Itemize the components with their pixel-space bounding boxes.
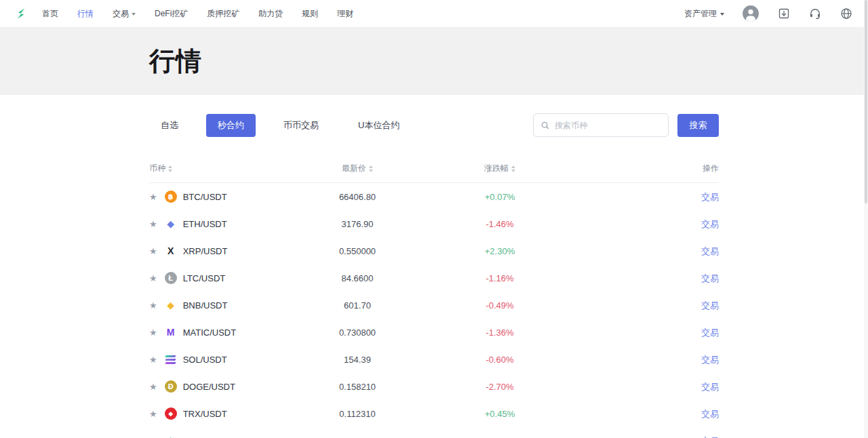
nav-item-markets[interactable]: 行情 (77, 8, 94, 20)
brand-logo[interactable] (15, 7, 27, 20)
tab-usdt-futures[interactable]: U本位合约 (347, 114, 411, 137)
favorite-star-icon[interactable]: ★ (149, 382, 157, 391)
trade-link[interactable]: 交易 (701, 327, 719, 338)
pair-symbol: BNB/USDT (183, 300, 228, 311)
change-percent: -1.16% (437, 273, 563, 283)
search-icon (540, 121, 550, 130)
nav-item-label: 首页 (42, 8, 58, 20)
brand-logo-icon (15, 7, 27, 20)
coin-icon: ✳ (165, 435, 177, 438)
last-price: 84.6600 (278, 273, 437, 283)
sort-icon[interactable] (511, 165, 515, 172)
trade-link[interactable]: 交易 (701, 382, 719, 392)
favorite-star-icon[interactable]: ★ (149, 410, 157, 418)
pair-symbol: PLZ/USDT (183, 436, 226, 438)
pair-symbol: MATIC/USDT (183, 327, 236, 338)
asset-management-menu[interactable]: 资产管理 (684, 8, 724, 20)
table-header: 币种最新价涨跌幅操作 (149, 163, 719, 183)
download-icon[interactable] (777, 7, 791, 20)
nav-item-label: 理财 (337, 8, 353, 20)
last-price: 0.730800 (278, 327, 437, 338)
page-scrollbar[interactable] (864, 0, 868, 438)
pair-symbol: LTC/USDT (183, 273, 226, 283)
last-price: 0.112310 (278, 409, 437, 419)
pair-cell: ★ŁLTC/USDT (149, 272, 278, 284)
scrollbar-thumb[interactable] (865, 0, 867, 203)
favorite-star-icon[interactable]: ★ (149, 274, 157, 283)
action-cell: 交易 (563, 435, 719, 438)
action-cell: 交易 (563, 299, 719, 312)
col-header-price[interactable]: 最新价 (278, 163, 437, 174)
tab-favorites[interactable]: 自选 (149, 114, 190, 137)
tab-spot[interactable]: 币币交易 (272, 114, 330, 137)
nav-item-label: 助力贷 (258, 8, 283, 20)
table-row-sol: ★SOL/USDT154.39-0.60%交易 (149, 346, 719, 373)
trade-link[interactable]: 交易 (701, 436, 719, 438)
action-cell: 交易 (563, 326, 719, 339)
search-box[interactable] (533, 113, 669, 137)
change-percent: -0.60% (437, 355, 563, 365)
coin-icon: ฿ (165, 191, 177, 203)
pair-symbol: SOL/USDT (183, 355, 227, 365)
col-header-label: 操作 (703, 163, 719, 174)
nav-item-staking-mining[interactable]: 质押挖矿 (207, 8, 239, 20)
language-globe-icon[interactable] (840, 7, 853, 20)
support-headset-icon[interactable] (808, 7, 822, 20)
change-percent: -1.56% (437, 436, 563, 438)
trade-link[interactable]: 交易 (701, 273, 719, 283)
change-percent: +0.45% (437, 409, 563, 419)
tab-seconds-contract[interactable]: 秒合约 (206, 114, 256, 137)
search-input[interactable] (555, 121, 661, 130)
trade-link[interactable]: 交易 (701, 355, 719, 365)
trade-link[interactable]: 交易 (701, 409, 719, 419)
table-row-trx: ★◆TRX/USDT0.112310+0.45%交易 (149, 400, 719, 427)
nav-item-boost-loan[interactable]: 助力贷 (258, 8, 283, 20)
main-menu: 首页行情交易DeFi挖矿质押挖矿助力贷规则理财 (42, 8, 372, 20)
trade-link[interactable]: 交易 (701, 219, 719, 229)
nav-item-rules[interactable]: 规则 (302, 8, 318, 20)
action-cell: 交易 (563, 191, 719, 203)
nav-right: 资产管理 (684, 5, 853, 22)
toolbar: 自选秒合约币币交易U本位合约 搜索 (149, 113, 719, 137)
nav-item-home[interactable]: 首页 (42, 8, 58, 20)
nav-item-label: 质押挖矿 (207, 8, 239, 20)
table-row-btc: ★฿BTC/USDT66406.80+0.07%交易 (149, 183, 719, 210)
favorite-star-icon[interactable]: ★ (149, 220, 157, 228)
pair-cell: ★✳PLZ/USDT (149, 435, 278, 438)
favorite-star-icon[interactable]: ★ (149, 247, 157, 256)
pair-cell: ★◆ETH/USDT (149, 218, 278, 230)
last-price: 3176.90 (278, 219, 437, 229)
favorite-star-icon[interactable]: ★ (149, 355, 157, 364)
search-area: 搜索 (533, 113, 719, 137)
last-price: 0.158210 (278, 382, 437, 392)
nav-item-trade[interactable]: 交易 (113, 8, 136, 20)
top-nav: 首页行情交易DeFi挖矿质押挖矿助力贷规则理财 资产管理 (0, 0, 868, 27)
trade-link[interactable]: 交易 (701, 192, 719, 202)
page-banner: 行情 (0, 27, 868, 95)
nav-item-label: 行情 (77, 8, 94, 20)
change-percent: -2.70% (437, 382, 563, 392)
coin-icon: M (165, 326, 177, 338)
nav-item-wealth[interactable]: 理财 (337, 8, 353, 20)
change-percent: +0.07% (437, 192, 563, 202)
action-cell: 交易 (563, 245, 719, 258)
action-cell: 交易 (563, 380, 719, 393)
col-header-change[interactable]: 涨跌幅 (437, 163, 563, 174)
col-header-symbol[interactable]: 币种 (149, 163, 278, 174)
change-percent: +2.30% (437, 246, 563, 256)
favorite-star-icon[interactable]: ★ (149, 328, 157, 337)
table-row-eth: ★◆ETH/USDT3176.90-1.46%交易 (149, 210, 719, 237)
favorite-star-icon[interactable]: ★ (149, 193, 157, 201)
pair-symbol: TRX/USDT (183, 409, 227, 419)
sort-icon[interactable] (168, 165, 172, 172)
trade-link[interactable]: 交易 (701, 300, 719, 311)
search-button[interactable]: 搜索 (677, 114, 719, 137)
trade-link[interactable]: 交易 (701, 246, 719, 256)
table-row-matic: ★MMATIC/USDT0.730800-1.36%交易 (149, 319, 719, 346)
favorite-star-icon[interactable]: ★ (149, 301, 157, 310)
coin-icon: ◆ (165, 407, 177, 420)
action-cell: 交易 (563, 353, 719, 366)
avatar[interactable] (742, 5, 760, 22)
sort-icon[interactable] (369, 165, 373, 172)
nav-item-defi-mining[interactable]: DeFi挖矿 (155, 8, 188, 20)
